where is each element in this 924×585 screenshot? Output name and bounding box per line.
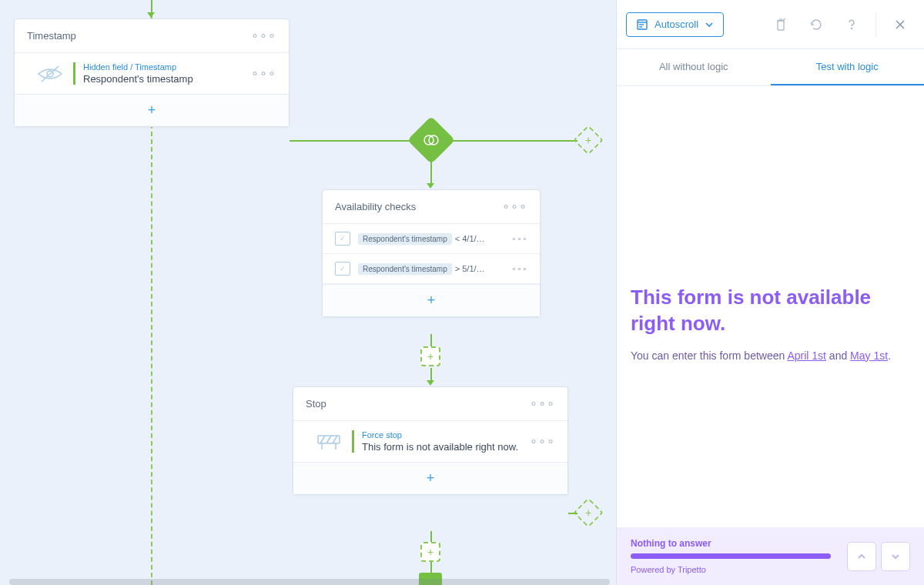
more-icon[interactable]: ∘∘∘ — [530, 434, 555, 449]
arrow-icon — [427, 380, 434, 386]
condition-row[interactable]: Respondent's timestamp > 5/1/… ∘∘∘ — [323, 254, 540, 284]
chevron-down-icon — [890, 551, 901, 562]
node-text: This form is not available right now. — [362, 441, 530, 453]
preview-body: This form is not available right now. Yo… — [617, 86, 924, 527]
connector — [430, 334, 432, 346]
more-icon[interactable]: ∘∘∘ — [251, 28, 276, 43]
link-april[interactable]: April 1st — [787, 349, 826, 362]
hidden-icon — [27, 65, 73, 83]
node-stop[interactable]: Stop ∘∘∘ Force stop This form is not ava… — [293, 386, 568, 495]
node-timestamp[interactable]: Timestamp ∘∘∘ Hidden field / Timestamp R… — [14, 18, 290, 127]
prev-button[interactable] — [847, 542, 876, 571]
link-may[interactable]: May 1st — [850, 349, 888, 362]
svg-line-7 — [333, 436, 337, 443]
close-icon[interactable] — [886, 10, 915, 39]
next-button[interactable] — [881, 542, 910, 571]
arrow-icon — [427, 183, 434, 189]
divider — [352, 430, 354, 453]
more-icon[interactable]: ∘∘∘ — [251, 66, 276, 81]
node-title: Availability checks — [335, 201, 416, 212]
node-title: Timestamp — [27, 30, 76, 42]
connector — [568, 513, 578, 514]
plus-icon: + — [148, 102, 156, 119]
autoscroll-dropdown[interactable]: Autoscroll — [626, 12, 724, 37]
chevron-up-icon — [856, 551, 867, 562]
node-subtitle: Hidden field / Timestamp — [83, 62, 251, 72]
add-branch[interactable]: + — [573, 125, 604, 155]
preview-subtext: You can enter this form between April 1s… — [631, 348, 910, 364]
node-subtitle: Force stop — [362, 430, 530, 440]
condition-op: > 5/1/… — [455, 264, 505, 273]
node-availability[interactable]: Availability checks ∘∘∘ Respondent's tim… — [322, 189, 541, 317]
footer-status: Nothing to answer — [631, 538, 839, 549]
add-branch[interactable]: + — [573, 497, 604, 528]
divider — [73, 62, 75, 85]
connector — [430, 562, 432, 573]
preview-tabs: All without logic Test with logic — [617, 49, 924, 86]
arrow-icon — [147, 12, 155, 18]
form-icon — [636, 18, 648, 31]
add-node[interactable]: + — [420, 346, 440, 366]
preview-panel: Autoscroll All without logic Test with l… — [616, 0, 924, 585]
powered-by[interactable]: Powered by Tripetto — [631, 565, 839, 574]
add-item[interactable]: + — [293, 462, 567, 494]
separator — [875, 12, 876, 37]
clear-icon[interactable] — [766, 10, 795, 39]
plus-icon: + — [427, 292, 436, 309]
svg-line-1 — [42, 66, 59, 82]
flow-canvas[interactable]: Timestamp ∘∘∘ Hidden field / Timestamp R… — [0, 0, 616, 585]
plus-icon: + — [427, 470, 435, 486]
preview-toolbar: Autoscroll — [617, 0, 924, 49]
barrier-icon — [306, 433, 352, 451]
svg-line-6 — [326, 436, 331, 443]
chevron-down-icon — [705, 20, 714, 29]
svg-line-5 — [320, 436, 325, 443]
scrollbar[interactable] — [9, 579, 610, 585]
tab-all-without-logic[interactable]: All without logic — [617, 49, 771, 85]
add-condition[interactable]: + — [323, 284, 540, 316]
node-title: Stop — [306, 398, 326, 410]
svg-rect-14 — [778, 21, 784, 30]
more-icon[interactable]: ∘∘∘ — [511, 234, 527, 244]
condition-pill: Respondent's timestamp — [358, 263, 452, 275]
add-node[interactable]: + — [420, 542, 440, 562]
connector — [430, 531, 432, 542]
autoscroll-label: Autoscroll — [654, 18, 698, 30]
help-icon[interactable] — [837, 10, 866, 39]
date-icon — [335, 262, 350, 276]
node-text: Respondent's timestamp — [83, 73, 251, 85]
connector — [448, 140, 578, 142]
connector — [430, 157, 432, 185]
condition-pill: Respondent's timestamp — [358, 233, 452, 245]
connector — [290, 140, 414, 142]
more-icon[interactable]: ∘∘∘ — [530, 396, 555, 411]
condition-row[interactable]: Respondent's timestamp < 4/1/… ∘∘∘ — [323, 224, 540, 254]
preview-title: This form is not available right now. — [631, 285, 910, 337]
svg-point-17 — [851, 28, 852, 28]
refresh-icon[interactable] — [802, 10, 831, 39]
condition-op: < 4/1/… — [455, 234, 505, 243]
add-item[interactable]: + — [15, 94, 289, 126]
date-icon — [335, 232, 350, 246]
progress-bar — [631, 553, 831, 559]
more-icon[interactable]: ∘∘∘ — [511, 264, 527, 274]
preview-footer: Nothing to answer Powered by Tripetto — [617, 527, 924, 585]
tab-test-with-logic[interactable]: Test with logic — [771, 49, 925, 85]
more-icon[interactable]: ∘∘∘ — [502, 199, 527, 214]
